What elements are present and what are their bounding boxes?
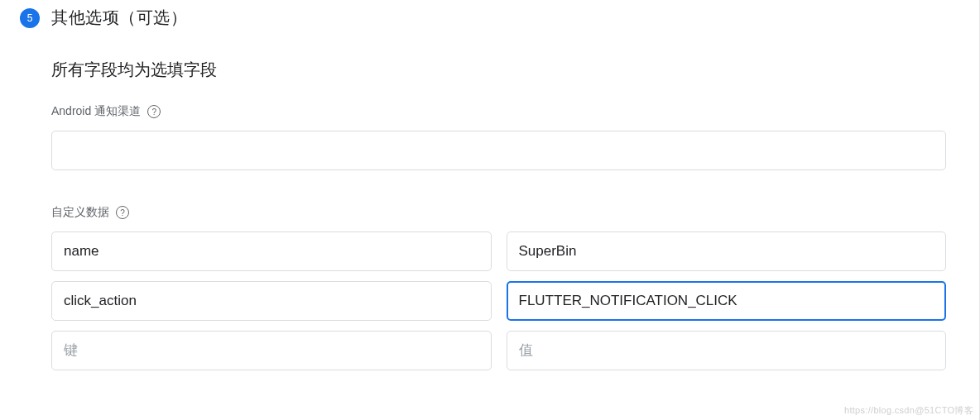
kv-row [51,281,946,321]
step-title: 其他选项（可选） [51,7,187,29]
kv-row [51,331,946,370]
kv-value-input[interactable] [507,231,947,271]
step-header: 5 其他选项（可选） [0,7,979,29]
custom-data-label-text: 自定义数据 [51,205,109,220]
kv-key-input[interactable] [51,331,492,370]
step-number-badge: 5 [20,8,40,28]
android-channel-label-text: Android 通知渠道 [51,104,141,119]
form-container: 5 其他选项（可选） 所有字段均为选填字段 Android 通知渠道 ? 自定义… [0,0,980,420]
help-icon[interactable]: ? [116,206,129,219]
android-channel-field-group: Android 通知渠道 ? [51,104,946,170]
kv-key-input[interactable] [51,231,492,271]
section-heading: 所有字段均为选填字段 [51,59,946,81]
android-channel-input[interactable] [51,131,946,170]
custom-data-label: 自定义数据 ? [51,205,946,220]
kv-row [51,231,946,271]
help-icon[interactable]: ? [147,105,161,118]
custom-data-section: 自定义数据 ? [51,205,946,370]
kv-value-input[interactable] [507,281,947,321]
watermark: https://blog.csdn@51CTO博客 [844,404,973,417]
form-content: 所有字段均为选填字段 Android 通知渠道 ? 自定义数据 ? [0,59,979,370]
kv-value-input[interactable] [507,331,947,370]
android-channel-label: Android 通知渠道 ? [51,104,946,119]
kv-key-input[interactable] [51,281,492,321]
